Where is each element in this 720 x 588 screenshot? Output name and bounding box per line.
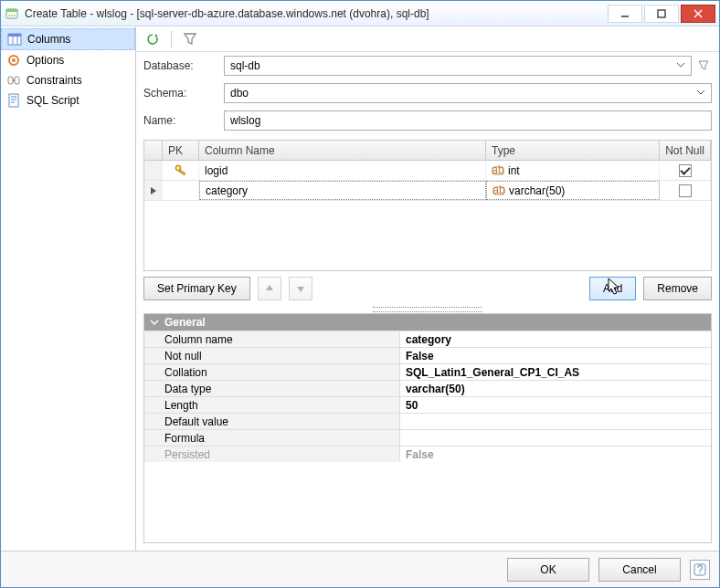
columns-icon (7, 32, 22, 47)
column-type-cell[interactable]: ab varchar(50) (486, 181, 660, 200)
property-row[interactable]: Default value (144, 413, 711, 429)
property-value[interactable]: False (400, 348, 711, 363)
property-label: Default value (144, 414, 400, 429)
remove-button[interactable]: Remove (643, 277, 712, 300)
svg-point-14 (12, 58, 16, 62)
property-row[interactable]: Data typevarchar(50) (144, 380, 711, 396)
property-row[interactable]: Formula (144, 429, 711, 446)
datatype-icon: ab (492, 164, 504, 177)
splitter[interactable] (136, 306, 719, 313)
ok-button[interactable]: OK (507, 558, 589, 582)
svg-text:?: ? (697, 563, 704, 576)
property-value[interactable] (400, 430, 711, 446)
dialog-window: Create Table - wlslog - [sql-server-db-a… (0, 0, 720, 588)
property-row[interactable]: CollationSQL_Latin1_General_CP1_CI_AS (144, 363, 711, 380)
app-icon (5, 6, 19, 21)
datatype-icon: ab (492, 184, 505, 197)
property-row[interactable]: Length50 (144, 396, 711, 413)
notnull-cell[interactable] (660, 181, 711, 200)
svg-text:ab: ab (492, 184, 505, 196)
notnull-cell[interactable] (660, 161, 711, 180)
move-up-button[interactable] (258, 277, 281, 300)
cancel-button[interactable]: Cancel (598, 558, 681, 582)
property-value[interactable]: SQL_Latin1_General_CP1_CI_AS (400, 364, 711, 380)
svg-point-4 (14, 15, 16, 16)
database-combo[interactable]: sql-db (224, 56, 692, 76)
primary-key-icon (174, 163, 188, 178)
columns-grid: PK Column Name Type Not Null logid ab in… (143, 140, 712, 271)
property-row[interactable]: Not nullFalse (144, 347, 711, 363)
property-value[interactable]: varchar(50) (400, 381, 711, 396)
property-value[interactable]: category (400, 331, 711, 347)
filter-button[interactable] (181, 30, 199, 48)
svg-point-23 (177, 167, 179, 169)
svg-text:ab: ab (492, 164, 504, 176)
schema-label: Schema: (143, 87, 215, 100)
sidebar-item-constraints[interactable]: Constraints (1, 70, 135, 90)
grid-header: PK Column Name Type Not Null (144, 141, 711, 161)
svg-rect-16 (15, 77, 19, 84)
pk-cell[interactable] (163, 181, 199, 200)
property-value[interactable] (400, 414, 711, 429)
sidebar-item-columns[interactable]: Columns (1, 28, 135, 50)
table-row[interactable]: category ab varchar(50) (144, 181, 711, 201)
checkbox-unchecked-icon (679, 184, 692, 197)
property-value[interactable]: 50 (400, 397, 711, 413)
row-selector[interactable] (144, 161, 163, 180)
sidebar-item-label: Columns (27, 33, 70, 46)
chevron-down-icon (676, 59, 685, 72)
column-type: varchar(50) (509, 184, 565, 197)
grid-header-notnull[interactable]: Not Null (660, 141, 711, 160)
properties-section-header[interactable]: General (144, 314, 711, 331)
help-button[interactable]: ? (690, 560, 710, 580)
grid-header-selector[interactable] (144, 141, 163, 160)
minimize-button[interactable] (608, 5, 642, 23)
sidebar-item-sql-script[interactable]: SQL Script (1, 90, 135, 110)
grid-header-pk[interactable]: PK (163, 141, 199, 160)
table-row[interactable]: logid ab int (144, 161, 711, 181)
sidebar-item-label: Options (26, 54, 64, 67)
pk-cell[interactable] (163, 161, 199, 180)
database-filter-icon[interactable] (695, 56, 712, 76)
grid-header-name[interactable]: Column Name (199, 141, 486, 160)
property-label: Collation (144, 364, 400, 380)
table-name-input[interactable]: wlslog (224, 110, 712, 131)
sidebar: Columns Options Constraints SQL Script (1, 26, 136, 551)
maximize-button[interactable] (644, 5, 679, 23)
property-row[interactable]: Column namecategory (144, 331, 711, 347)
collapse-icon (150, 318, 159, 327)
schema-combo[interactable]: dbo (224, 83, 712, 103)
property-label: Not null (144, 348, 400, 363)
sidebar-item-label: SQL Script (26, 94, 79, 107)
column-name-cell[interactable]: logid (199, 161, 486, 180)
property-row[interactable]: PersistedFalse (144, 446, 711, 462)
table-name-value: wlslog (230, 114, 260, 127)
row-selector[interactable] (144, 181, 163, 200)
svg-rect-24 (178, 170, 185, 175)
script-icon (6, 93, 21, 108)
property-label: Length (144, 397, 400, 413)
svg-rect-18 (9, 94, 18, 107)
titlebar[interactable]: Create Table - wlslog - [sql-server-db-a… (1, 1, 719, 26)
property-label: Column name (144, 331, 400, 347)
constraints-icon (6, 73, 21, 88)
properties-panel: General Column namecategory Not nullFals… (143, 313, 712, 543)
refresh-button[interactable] (143, 30, 162, 48)
property-value: False (400, 446, 711, 462)
add-button[interactable]: Add (589, 277, 636, 300)
set-primary-key-button[interactable]: Set Primary Key (143, 277, 250, 300)
column-type-cell[interactable]: ab int (486, 161, 660, 180)
column-name-cell[interactable]: category (199, 181, 486, 200)
column-type: int (508, 164, 520, 177)
schema-value: dbo (230, 87, 249, 100)
close-button[interactable] (681, 5, 715, 23)
properties-section-title: General (164, 316, 206, 329)
grid-header-type[interactable]: Type (486, 141, 660, 160)
move-down-button[interactable] (289, 277, 312, 300)
checkbox-checked-icon (679, 164, 692, 177)
svg-rect-6 (658, 10, 665, 17)
property-label: Persisted (144, 446, 400, 462)
svg-rect-1 (6, 9, 17, 12)
sidebar-item-options[interactable]: Options (1, 50, 135, 70)
options-icon (6, 53, 21, 68)
